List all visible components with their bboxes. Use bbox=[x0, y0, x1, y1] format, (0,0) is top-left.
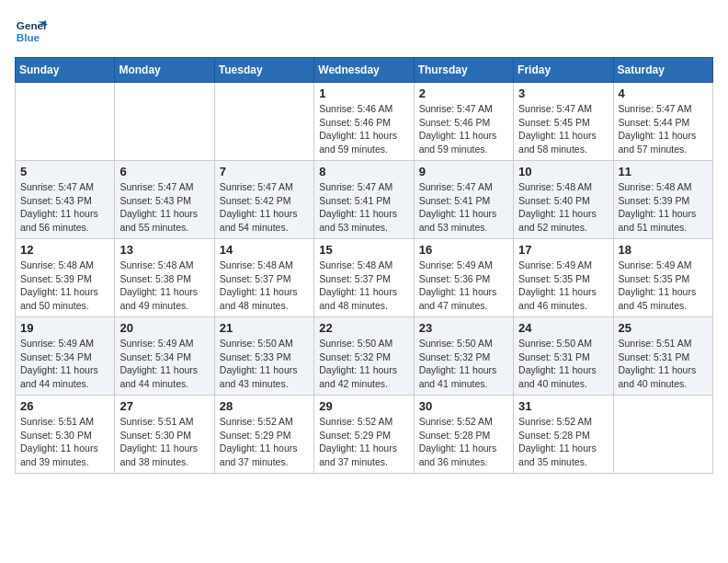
day-number: 13 bbox=[119, 243, 209, 257]
day-info: Sunrise: 5:47 AMSunset: 5:45 PMDaylight:… bbox=[518, 102, 608, 156]
calendar-cell bbox=[115, 83, 214, 161]
calendar-cell: 18Sunrise: 5:49 AMSunset: 5:35 PMDayligh… bbox=[613, 239, 712, 317]
weekday-header-tuesday: Tuesday bbox=[214, 58, 313, 83]
calendar-cell: 11Sunrise: 5:48 AMSunset: 5:39 PMDayligh… bbox=[613, 161, 712, 239]
day-number: 22 bbox=[319, 321, 408, 335]
day-info: Sunrise: 5:47 AMSunset: 5:44 PMDaylight:… bbox=[619, 102, 708, 156]
day-number: 4 bbox=[619, 86, 708, 100]
weekday-header-row: SundayMondayTuesdayWednesdayThursdayFrid… bbox=[16, 58, 713, 83]
calendar-cell: 27Sunrise: 5:51 AMSunset: 5:30 PMDayligh… bbox=[115, 396, 214, 474]
weekday-header-monday: Monday bbox=[115, 58, 214, 83]
day-number: 20 bbox=[119, 321, 209, 335]
day-number: 15 bbox=[319, 243, 408, 257]
day-number: 25 bbox=[619, 321, 708, 335]
weekday-header-saturday: Saturday bbox=[613, 58, 712, 83]
day-info: Sunrise: 5:49 AMSunset: 5:34 PMDaylight:… bbox=[20, 337, 109, 391]
day-info: Sunrise: 5:52 AMSunset: 5:28 PMDaylight:… bbox=[518, 415, 608, 469]
calendar-table: SundayMondayTuesdayWednesdayThursdayFrid… bbox=[15, 57, 713, 474]
day-number: 12 bbox=[20, 243, 109, 257]
day-info: Sunrise: 5:51 AMSunset: 5:30 PMDaylight:… bbox=[119, 415, 209, 469]
calendar-cell: 10Sunrise: 5:48 AMSunset: 5:40 PMDayligh… bbox=[514, 161, 613, 239]
day-info: Sunrise: 5:48 AMSunset: 5:38 PMDaylight:… bbox=[119, 259, 209, 313]
day-info: Sunrise: 5:52 AMSunset: 5:29 PMDaylight:… bbox=[319, 415, 408, 469]
calendar-cell: 23Sunrise: 5:50 AMSunset: 5:32 PMDayligh… bbox=[414, 317, 513, 396]
calendar-cell: 7Sunrise: 5:47 AMSunset: 5:42 PMDaylight… bbox=[214, 161, 313, 239]
day-number: 26 bbox=[20, 399, 109, 413]
day-info: Sunrise: 5:47 AMSunset: 5:41 PMDaylight:… bbox=[419, 180, 508, 235]
day-number: 17 bbox=[518, 243, 608, 257]
day-info: Sunrise: 5:47 AMSunset: 5:41 PMDaylight:… bbox=[319, 180, 408, 235]
calendar-cell: 6Sunrise: 5:47 AMSunset: 5:43 PMDaylight… bbox=[115, 161, 214, 239]
calendar-cell: 22Sunrise: 5:50 AMSunset: 5:32 PMDayligh… bbox=[314, 317, 414, 396]
day-info: Sunrise: 5:49 AMSunset: 5:35 PMDaylight:… bbox=[518, 259, 608, 313]
calendar-cell: 17Sunrise: 5:49 AMSunset: 5:35 PMDayligh… bbox=[514, 239, 613, 317]
day-number: 6 bbox=[119, 165, 209, 178]
day-info: Sunrise: 5:49 AMSunset: 5:35 PMDaylight:… bbox=[619, 259, 708, 313]
day-info: Sunrise: 5:47 AMSunset: 5:42 PMDaylight:… bbox=[220, 180, 309, 235]
calendar-cell: 3Sunrise: 5:47 AMSunset: 5:45 PMDaylight… bbox=[514, 83, 613, 161]
day-number: 10 bbox=[518, 165, 608, 178]
day-number: 11 bbox=[619, 165, 708, 178]
day-info: Sunrise: 5:50 AMSunset: 5:33 PMDaylight:… bbox=[220, 337, 309, 391]
calendar-cell: 8Sunrise: 5:47 AMSunset: 5:41 PMDaylight… bbox=[314, 161, 414, 239]
day-number: 2 bbox=[419, 86, 508, 100]
calendar-cell: 4Sunrise: 5:47 AMSunset: 5:44 PMDaylight… bbox=[613, 83, 712, 161]
weekday-header-thursday: Thursday bbox=[414, 58, 513, 83]
day-info: Sunrise: 5:49 AMSunset: 5:34 PMDaylight:… bbox=[119, 337, 209, 391]
week-row-4: 19Sunrise: 5:49 AMSunset: 5:34 PMDayligh… bbox=[16, 317, 713, 396]
weekday-header-wednesday: Wednesday bbox=[314, 58, 414, 83]
calendar-cell: 5Sunrise: 5:47 AMSunset: 5:43 PMDaylight… bbox=[16, 161, 115, 239]
calendar-cell: 19Sunrise: 5:49 AMSunset: 5:34 PMDayligh… bbox=[16, 317, 115, 396]
calendar-cell: 16Sunrise: 5:49 AMSunset: 5:36 PMDayligh… bbox=[414, 239, 513, 317]
day-info: Sunrise: 5:51 AMSunset: 5:30 PMDaylight:… bbox=[20, 415, 109, 469]
calendar-cell bbox=[16, 83, 115, 161]
calendar-cell: 20Sunrise: 5:49 AMSunset: 5:34 PMDayligh… bbox=[115, 317, 214, 396]
day-number: 28 bbox=[220, 399, 309, 413]
day-number: 8 bbox=[319, 165, 408, 178]
calendar-cell bbox=[214, 83, 313, 161]
day-number: 14 bbox=[220, 243, 309, 257]
day-info: Sunrise: 5:52 AMSunset: 5:29 PMDaylight:… bbox=[220, 415, 309, 469]
weekday-header-sunday: Sunday bbox=[16, 58, 115, 83]
calendar-cell: 30Sunrise: 5:52 AMSunset: 5:28 PMDayligh… bbox=[414, 396, 513, 474]
calendar-cell: 29Sunrise: 5:52 AMSunset: 5:29 PMDayligh… bbox=[314, 396, 414, 474]
day-info: Sunrise: 5:50 AMSunset: 5:32 PMDaylight:… bbox=[419, 337, 508, 391]
day-number: 16 bbox=[419, 243, 508, 257]
calendar-cell: 26Sunrise: 5:51 AMSunset: 5:30 PMDayligh… bbox=[16, 396, 115, 474]
calendar-cell: 1Sunrise: 5:46 AMSunset: 5:46 PMDaylight… bbox=[314, 83, 414, 161]
calendar-cell: 13Sunrise: 5:48 AMSunset: 5:38 PMDayligh… bbox=[115, 239, 214, 317]
day-info: Sunrise: 5:48 AMSunset: 5:37 PMDaylight:… bbox=[319, 259, 408, 313]
calendar-cell: 15Sunrise: 5:48 AMSunset: 5:37 PMDayligh… bbox=[314, 239, 414, 317]
day-number: 30 bbox=[419, 399, 508, 413]
day-info: Sunrise: 5:52 AMSunset: 5:28 PMDaylight:… bbox=[419, 415, 508, 469]
day-info: Sunrise: 5:47 AMSunset: 5:43 PMDaylight:… bbox=[119, 180, 209, 235]
logo: General Blue bbox=[15, 15, 48, 48]
day-number: 9 bbox=[419, 165, 508, 178]
svg-text:Blue: Blue bbox=[17, 31, 40, 43]
day-info: Sunrise: 5:48 AMSunset: 5:39 PMDaylight:… bbox=[20, 259, 109, 313]
day-info: Sunrise: 5:51 AMSunset: 5:31 PMDaylight:… bbox=[619, 337, 708, 391]
day-number: 5 bbox=[20, 165, 109, 178]
week-row-3: 12Sunrise: 5:48 AMSunset: 5:39 PMDayligh… bbox=[16, 239, 713, 317]
calendar-cell: 21Sunrise: 5:50 AMSunset: 5:33 PMDayligh… bbox=[214, 317, 313, 396]
day-number: 31 bbox=[518, 399, 608, 413]
calendar-cell: 25Sunrise: 5:51 AMSunset: 5:31 PMDayligh… bbox=[613, 317, 712, 396]
day-number: 21 bbox=[220, 321, 309, 335]
day-number: 18 bbox=[619, 243, 708, 257]
calendar-cell: 2Sunrise: 5:47 AMSunset: 5:46 PMDaylight… bbox=[414, 83, 513, 161]
day-info: Sunrise: 5:47 AMSunset: 5:43 PMDaylight:… bbox=[20, 180, 109, 235]
day-number: 23 bbox=[419, 321, 508, 335]
calendar-cell: 14Sunrise: 5:48 AMSunset: 5:37 PMDayligh… bbox=[214, 239, 313, 317]
day-number: 7 bbox=[220, 165, 309, 178]
day-number: 1 bbox=[319, 86, 408, 100]
page-header: General Blue bbox=[15, 15, 713, 48]
day-info: Sunrise: 5:50 AMSunset: 5:31 PMDaylight:… bbox=[518, 337, 608, 391]
day-info: Sunrise: 5:47 AMSunset: 5:46 PMDaylight:… bbox=[419, 102, 508, 156]
day-info: Sunrise: 5:48 AMSunset: 5:39 PMDaylight:… bbox=[619, 180, 708, 235]
day-info: Sunrise: 5:48 AMSunset: 5:37 PMDaylight:… bbox=[220, 259, 309, 313]
day-info: Sunrise: 5:50 AMSunset: 5:32 PMDaylight:… bbox=[319, 337, 408, 391]
day-number: 24 bbox=[518, 321, 608, 335]
day-info: Sunrise: 5:48 AMSunset: 5:40 PMDaylight:… bbox=[518, 180, 608, 235]
calendar-cell: 28Sunrise: 5:52 AMSunset: 5:29 PMDayligh… bbox=[214, 396, 313, 474]
day-info: Sunrise: 5:49 AMSunset: 5:36 PMDaylight:… bbox=[419, 259, 508, 313]
